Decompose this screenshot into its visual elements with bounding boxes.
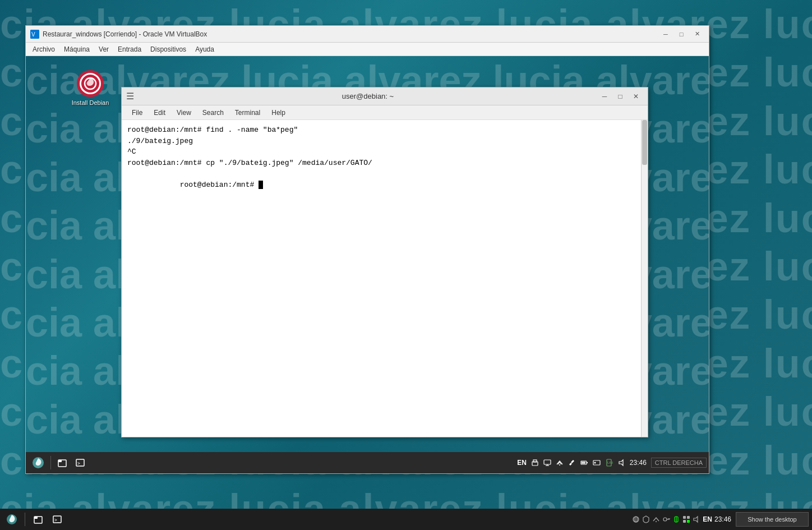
term-menu-view[interactable]: View — [171, 108, 197, 118]
usb-icon: USB — [605, 459, 613, 467]
svg-marker-22 — [619, 460, 623, 466]
os-network-icon — [652, 515, 660, 523]
terminal-close-button[interactable]: ✕ — [629, 90, 643, 103]
term-line-4: root@debian:/mnt# cp "./9/bateig.jpeg" /… — [127, 158, 635, 169]
vm-clock: 23:46 — [630, 459, 647, 467]
term-line-5: root@debian:/mnt# — [127, 168, 635, 201]
terminal-cursor — [259, 181, 263, 189]
vbox-title: Restaurar_windows [Corriendo] - Oracle V… — [43, 30, 658, 38]
network-icon — [556, 459, 564, 467]
vbox-menu-maquina[interactable]: Máquina — [59, 44, 94, 54]
term-menu-search[interactable]: Search — [197, 108, 229, 118]
vbox-titlebar: V Restaurar_windows [Corriendo] - Oracle… — [26, 26, 709, 43]
svg-point-2 — [81, 75, 99, 93]
vbox-menu-ayuda[interactable]: Ayuda — [191, 44, 219, 54]
terminal-content[interactable]: root@debian:/mnt# find . -name "ba*peg" … — [122, 120, 641, 437]
vbox-minimize-button[interactable]: ─ — [658, 29, 673, 40]
term-menu-terminal[interactable]: Terminal — [229, 108, 266, 118]
terminal-minimize-button[interactable]: ─ — [597, 90, 612, 103]
os-taskbar-right: EN 23:46 Show the desktop — [632, 512, 809, 527]
os-taskbar-divider — [25, 513, 25, 526]
terminal-maximize-button[interactable]: □ — [613, 90, 628, 103]
debian-icon-image — [77, 70, 104, 97]
svg-marker-42 — [694, 517, 698, 522]
hamburger-icon[interactable]: ☰ — [126, 91, 134, 102]
terminal-menubar: File Edit View Search Terminal Help — [122, 105, 648, 120]
vm-lang-indicator: EN — [517, 459, 527, 467]
vbox-menu-ver[interactable]: Ver — [94, 44, 113, 54]
terminal-titlebar: ☰ user@debian: ~ ─ □ ✕ — [122, 87, 648, 105]
os-taskbar-left: >_ — [3, 511, 66, 528]
vbox-icon: V — [30, 30, 39, 39]
battery-icon — [580, 459, 588, 467]
term-line-3: ^C — [127, 146, 635, 158]
term-line-1: root@debian:/mnt# find . -name "ba*peg" — [127, 125, 635, 136]
vbox-window: V Restaurar_windows [Corriendo] - Oracle… — [25, 25, 709, 474]
os-settings-icon — [672, 515, 680, 523]
svg-point-19 — [594, 462, 596, 464]
vbox-controls: ─ □ ✕ — [658, 29, 704, 40]
term-menu-help[interactable]: Help — [266, 108, 291, 118]
svg-rect-25 — [34, 517, 38, 519]
os-taskbar: >_ EN 23:46 Show the desktop — [0, 509, 812, 530]
terminal-window: ☰ user@debian: ~ ─ □ ✕ File Edit View Se… — [121, 87, 648, 437]
wrench-icon — [568, 459, 576, 467]
svg-rect-38 — [683, 516, 686, 519]
svg-rect-10 — [533, 460, 537, 462]
install-debian-icon[interactable]: Install Debian — [71, 70, 110, 106]
taskbar-divider-1 — [50, 456, 51, 469]
vbox-menu-entrada[interactable]: Entrada — [113, 44, 146, 54]
terminal-title: user@debian: ~ — [139, 92, 597, 100]
taskbar-terminal-icon[interactable]: >_ — [71, 454, 89, 472]
os-lang-indicator: EN — [703, 515, 712, 523]
svg-rect-41 — [687, 520, 690, 523]
os-files-icon[interactable] — [30, 511, 47, 528]
svg-text:>_: >_ — [77, 461, 83, 466]
vm-taskbar: >_ EN USB 23:46 CTRL DERECHA — [26, 452, 709, 473]
os-terminal-icon[interactable]: >_ — [49, 511, 66, 528]
terminal-controls: ─ □ ✕ — [597, 90, 643, 103]
svg-rect-40 — [683, 520, 686, 523]
scrollbar-thumb[interactable] — [642, 120, 647, 165]
ctrl-derecha-label: CTRL DERECHA — [651, 458, 707, 468]
vbox-menu-dispositivos[interactable]: Dispositivos — [146, 44, 191, 54]
svg-point-32 — [663, 518, 667, 521]
vbox-content: cia alvarez lucia alvarez lucia alvarez … — [26, 56, 709, 473]
os-clock: 23:46 — [714, 515, 731, 523]
vbox-menubar: Archivo Máquina Ver Entrada Dispositivos… — [26, 43, 709, 56]
svg-rect-11 — [544, 460, 551, 464]
svg-rect-16 — [587, 462, 588, 463]
os-apps-icon[interactable] — [3, 511, 20, 528]
os-shield-icon — [642, 515, 650, 523]
term-menu-file[interactable]: File — [126, 108, 148, 118]
debian-icon-label: Install Debian — [72, 99, 109, 106]
os-volume-icon — [693, 515, 700, 523]
os-apps2-icon — [682, 515, 690, 523]
taskbar-files-icon[interactable] — [53, 454, 71, 472]
term-menu-edit[interactable]: Edit — [148, 108, 171, 118]
show-desktop-button[interactable]: Show the desktop — [736, 512, 809, 527]
vm-taskbar-launcher[interactable] — [28, 454, 48, 472]
svg-text:V: V — [31, 31, 35, 38]
notification-icon — [593, 459, 601, 467]
printer-icon — [531, 459, 539, 467]
terminal-body: root@debian:/mnt# find . -name "ba*peg" … — [122, 120, 648, 437]
svg-text:USB: USB — [607, 461, 613, 464]
svg-rect-39 — [687, 516, 690, 519]
vbox-menu-archivo[interactable]: Archivo — [28, 44, 59, 54]
monitor-icon — [543, 459, 551, 467]
svg-text:>_: >_ — [54, 518, 60, 523]
svg-rect-17 — [582, 462, 585, 464]
term-line-2: ./9/bateig.jpeg — [127, 136, 635, 147]
terminal-scrollbar[interactable] — [641, 120, 648, 437]
vbox-close-button[interactable]: ✕ — [690, 29, 704, 40]
volume-icon — [617, 459, 625, 467]
vbox-maximize-button[interactable]: □ — [674, 29, 689, 40]
svg-point-3 — [85, 78, 96, 89]
os-key-icon — [662, 515, 670, 523]
svg-rect-6 — [58, 460, 62, 462]
os-globe-icon — [632, 515, 640, 523]
svg-point-31 — [656, 521, 657, 522]
svg-point-14 — [559, 464, 560, 466]
